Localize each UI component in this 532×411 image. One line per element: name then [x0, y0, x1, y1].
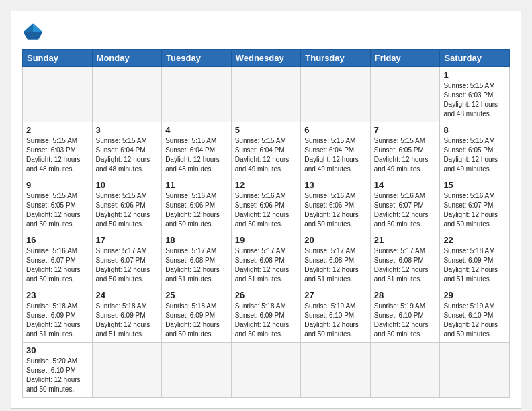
- day-info: Sunrise: 5:15 AM Sunset: 6:03 PM Dayligh…: [443, 81, 506, 119]
- day-info: Sunrise: 5:16 AM Sunset: 6:06 PM Dayligh…: [235, 191, 298, 229]
- day-number: 28: [374, 290, 437, 300]
- calendar-cell: [92, 342, 162, 398]
- calendar-table: SundayMondayTuesdayWednesdayThursdayFrid…: [22, 49, 510, 398]
- calendar-cell: 27Sunrise: 5:19 AM Sunset: 6:10 PM Dayli…: [301, 287, 371, 342]
- calendar-cell: [231, 67, 301, 122]
- day-info: Sunrise: 5:15 AM Sunset: 6:04 PM Dayligh…: [304, 136, 367, 174]
- day-info: Sunrise: 5:16 AM Sunset: 6:07 PM Dayligh…: [26, 246, 89, 284]
- day-info: Sunrise: 5:20 AM Sunset: 6:10 PM Dayligh…: [26, 357, 89, 394]
- calendar-cell: 28Sunrise: 5:19 AM Sunset: 6:10 PM Dayli…: [370, 287, 440, 342]
- day-number: 11: [165, 180, 228, 190]
- svg-marker-1: [33, 24, 42, 32]
- day-number: 12: [235, 180, 298, 190]
- calendar-week-row: 9Sunrise: 5:15 AM Sunset: 6:05 PM Daylig…: [23, 177, 510, 232]
- calendar-header-saturday: Saturday: [440, 50, 510, 67]
- day-number: 16: [26, 235, 89, 245]
- day-number: 18: [165, 235, 228, 245]
- day-info: Sunrise: 5:16 AM Sunset: 6:06 PM Dayligh…: [304, 191, 367, 229]
- calendar-cell: 16Sunrise: 5:16 AM Sunset: 6:07 PM Dayli…: [23, 232, 93, 287]
- calendar-cell: 18Sunrise: 5:17 AM Sunset: 6:08 PM Dayli…: [162, 232, 232, 287]
- day-info: Sunrise: 5:17 AM Sunset: 6:08 PM Dayligh…: [165, 246, 228, 284]
- calendar-cell: 8Sunrise: 5:15 AM Sunset: 6:05 PM Daylig…: [440, 122, 510, 177]
- calendar-cell: 22Sunrise: 5:18 AM Sunset: 6:09 PM Dayli…: [440, 232, 510, 287]
- calendar-cell: 14Sunrise: 5:16 AM Sunset: 6:07 PM Dayli…: [370, 177, 440, 232]
- svg-marker-2: [24, 32, 43, 39]
- calendar-cell: 29Sunrise: 5:19 AM Sunset: 6:10 PM Dayli…: [440, 287, 510, 342]
- day-info: Sunrise: 5:17 AM Sunset: 6:08 PM Dayligh…: [235, 246, 298, 284]
- calendar-header-sunday: Sunday: [23, 50, 93, 67]
- day-info: Sunrise: 5:16 AM Sunset: 6:07 PM Dayligh…: [374, 191, 437, 229]
- calendar-cell: 24Sunrise: 5:18 AM Sunset: 6:09 PM Dayli…: [92, 287, 162, 342]
- day-info: Sunrise: 5:16 AM Sunset: 6:07 PM Dayligh…: [443, 191, 506, 229]
- calendar-cell: 19Sunrise: 5:17 AM Sunset: 6:08 PM Dayli…: [231, 232, 301, 287]
- day-info: Sunrise: 5:15 AM Sunset: 6:04 PM Dayligh…: [96, 136, 159, 174]
- calendar-header-tuesday: Tuesday: [162, 50, 232, 67]
- day-number: 9: [26, 180, 89, 190]
- day-number: 26: [235, 290, 298, 300]
- day-info: Sunrise: 5:15 AM Sunset: 6:03 PM Dayligh…: [26, 136, 89, 174]
- day-info: Sunrise: 5:17 AM Sunset: 6:08 PM Dayligh…: [374, 246, 437, 284]
- header: [22, 22, 510, 41]
- day-number: 23: [26, 290, 89, 300]
- day-number: 1: [443, 70, 506, 80]
- calendar-week-row: 23Sunrise: 5:18 AM Sunset: 6:09 PM Dayli…: [23, 287, 510, 342]
- day-number: 5: [235, 125, 298, 135]
- day-info: Sunrise: 5:19 AM Sunset: 6:10 PM Dayligh…: [443, 302, 506, 339]
- day-number: 29: [443, 290, 506, 300]
- day-info: Sunrise: 5:15 AM Sunset: 6:05 PM Dayligh…: [374, 136, 437, 174]
- calendar-container: SundayMondayTuesdayWednesdayThursdayFrid…: [11, 11, 521, 409]
- calendar-cell: [23, 67, 93, 122]
- day-number: 6: [304, 125, 367, 135]
- day-number: 17: [96, 235, 159, 245]
- day-number: 30: [26, 345, 89, 355]
- calendar-cell: 11Sunrise: 5:16 AM Sunset: 6:06 PM Dayli…: [162, 177, 232, 232]
- calendar-cell: 12Sunrise: 5:16 AM Sunset: 6:06 PM Dayli…: [231, 177, 301, 232]
- day-info: Sunrise: 5:17 AM Sunset: 6:08 PM Dayligh…: [304, 246, 367, 284]
- day-number: 19: [235, 235, 298, 245]
- day-info: Sunrise: 5:15 AM Sunset: 6:06 PM Dayligh…: [96, 191, 159, 229]
- day-info: Sunrise: 5:19 AM Sunset: 6:10 PM Dayligh…: [374, 302, 437, 339]
- day-info: Sunrise: 5:18 AM Sunset: 6:09 PM Dayligh…: [443, 246, 506, 284]
- day-number: 7: [374, 125, 437, 135]
- day-number: 8: [443, 125, 506, 135]
- day-info: Sunrise: 5:17 AM Sunset: 6:07 PM Dayligh…: [96, 246, 159, 284]
- calendar-cell: 20Sunrise: 5:17 AM Sunset: 6:08 PM Dayli…: [301, 232, 371, 287]
- calendar-cell: [370, 67, 440, 122]
- day-info: Sunrise: 5:18 AM Sunset: 6:09 PM Dayligh…: [96, 302, 159, 339]
- calendar-cell: [301, 342, 371, 398]
- calendar-cell: 17Sunrise: 5:17 AM Sunset: 6:07 PM Dayli…: [92, 232, 162, 287]
- calendar-cell: 5Sunrise: 5:15 AM Sunset: 6:04 PM Daylig…: [231, 122, 301, 177]
- logo: [22, 22, 46, 41]
- logo-icon: [22, 22, 44, 41]
- day-number: 3: [96, 125, 159, 135]
- calendar-cell: 30Sunrise: 5:20 AM Sunset: 6:10 PM Dayli…: [23, 342, 93, 398]
- calendar-cell: 7Sunrise: 5:15 AM Sunset: 6:05 PM Daylig…: [370, 122, 440, 177]
- calendar-cell: [440, 342, 510, 398]
- day-number: 21: [374, 235, 437, 245]
- calendar-header-thursday: Thursday: [301, 50, 371, 67]
- day-info: Sunrise: 5:15 AM Sunset: 6:04 PM Dayligh…: [235, 136, 298, 174]
- calendar-cell: 9Sunrise: 5:15 AM Sunset: 6:05 PM Daylig…: [23, 177, 93, 232]
- calendar-header-friday: Friday: [370, 50, 440, 67]
- calendar-week-row: 2Sunrise: 5:15 AM Sunset: 6:03 PM Daylig…: [23, 122, 510, 177]
- day-number: 27: [304, 290, 367, 300]
- calendar-cell: 6Sunrise: 5:15 AM Sunset: 6:04 PM Daylig…: [301, 122, 371, 177]
- calendar-cell: 3Sunrise: 5:15 AM Sunset: 6:04 PM Daylig…: [92, 122, 162, 177]
- day-number: 13: [304, 180, 367, 190]
- day-number: 20: [304, 235, 367, 245]
- calendar-cell: 15Sunrise: 5:16 AM Sunset: 6:07 PM Dayli…: [440, 177, 510, 232]
- day-number: 4: [165, 125, 228, 135]
- calendar-cell: 13Sunrise: 5:16 AM Sunset: 6:06 PM Dayli…: [301, 177, 371, 232]
- calendar-header-wednesday: Wednesday: [231, 50, 301, 67]
- day-info: Sunrise: 5:15 AM Sunset: 6:05 PM Dayligh…: [26, 191, 89, 229]
- day-number: 15: [443, 180, 506, 190]
- day-number: 14: [374, 180, 437, 190]
- calendar-cell: [162, 67, 232, 122]
- calendar-cell: 10Sunrise: 5:15 AM Sunset: 6:06 PM Dayli…: [92, 177, 162, 232]
- calendar-header-row: SundayMondayTuesdayWednesdayThursdayFrid…: [23, 50, 510, 67]
- calendar-cell: 21Sunrise: 5:17 AM Sunset: 6:08 PM Dayli…: [370, 232, 440, 287]
- day-info: Sunrise: 5:19 AM Sunset: 6:10 PM Dayligh…: [304, 302, 367, 339]
- day-number: 25: [165, 290, 228, 300]
- calendar-week-row: 1Sunrise: 5:15 AM Sunset: 6:03 PM Daylig…: [23, 67, 510, 122]
- calendar-cell: 23Sunrise: 5:18 AM Sunset: 6:09 PM Dayli…: [23, 287, 93, 342]
